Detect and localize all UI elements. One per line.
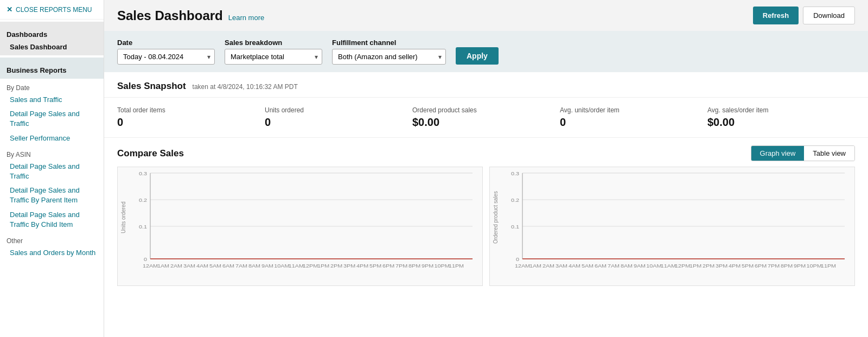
svg-text:1PM: 1PM [317, 263, 329, 269]
svg-text:5AM: 5AM [209, 263, 221, 269]
svg-text:9AM: 9AM [261, 263, 273, 269]
sales-breakdown-select[interactable]: Marketplace total [225, 49, 322, 65]
fulfillment-select-wrapper: Both (Amazon and seller) [332, 49, 446, 65]
main-content: Sales Dashboard Learn more Refresh Downl… [104, 0, 868, 337]
svg-text:10PM: 10PM [807, 263, 822, 269]
graph-view-button[interactable]: Graph view [751, 146, 805, 161]
svg-text:4PM: 4PM [356, 263, 368, 269]
svg-text:7AM: 7AM [608, 263, 620, 269]
sidebar-item-sales-orders-month[interactable]: Sales and Orders by Month [0, 246, 104, 260]
svg-text:2AM: 2AM [542, 263, 554, 269]
svg-text:12AM: 12AM [515, 263, 530, 269]
close-icon: ✕ [7, 5, 12, 14]
by-asin-group-label: By ASIN [0, 145, 104, 160]
svg-text:9PM: 9PM [422, 263, 433, 269]
svg-text:5PM: 5PM [742, 263, 754, 269]
svg-text:7PM: 7PM [395, 263, 407, 269]
ordered-product-sales-svg: 0.3 0.2 0.1 0 Ordered product sales 12AM… [490, 167, 854, 285]
sales-breakdown-select-wrapper: Marketplace total [225, 49, 322, 65]
svg-text:1AM: 1AM [529, 263, 541, 269]
metric-value-2: $0.00 [412, 116, 560, 129]
snapshot-timestamp: taken at 4/8/2024, 10:16:32 AM PDT [193, 83, 298, 91]
download-button[interactable]: Download [803, 7, 855, 24]
date-select-wrapper: Today - 08.04.2024 [117, 49, 215, 65]
fulfillment-label: Fulfillment channel [332, 39, 446, 47]
metric-avg-sales-order: Avg. sales/order item $0.00 [707, 106, 855, 129]
metric-value-3: 0 [560, 116, 707, 129]
learn-more-link[interactable]: Learn more [228, 14, 264, 22]
svg-text:4AM: 4AM [569, 263, 580, 269]
date-filter-group: Date Today - 08.04.2024 [117, 39, 215, 65]
by-date-group-label: By Date [0, 79, 104, 93]
svg-text:10PM: 10PM [435, 263, 450, 269]
svg-text:4PM: 4PM [729, 263, 741, 269]
date-filter-label: Date [117, 39, 215, 47]
compare-sales-title: Compare Sales [117, 148, 184, 159]
sidebar-item-detail-page-sales[interactable]: Detail Page Sales and Traffic [0, 107, 104, 131]
top-bar-right: Refresh Download [753, 7, 855, 24]
metric-value-4: $0.00 [707, 116, 855, 129]
close-menu-label: CLOSE REPORTS MENU [16, 6, 92, 14]
units-ordered-svg: 0.3 0.2 0.1 0 Units ordered 12AM 1AM 2AM… [118, 167, 482, 285]
sidebar-item-asin-detail-page[interactable]: Detail Page Sales and Traffic [0, 160, 104, 183]
svg-text:Ordered product sales: Ordered product sales [493, 191, 499, 244]
svg-text:0.1: 0.1 [511, 224, 519, 230]
svg-text:10AM: 10AM [646, 263, 661, 269]
svg-text:11AM: 11AM [289, 263, 304, 269]
top-bar-left: Sales Dashboard Learn more [117, 8, 264, 23]
svg-text:0: 0 [144, 257, 147, 262]
fulfillment-filter-group: Fulfillment channel Both (Amazon and sel… [332, 39, 446, 65]
metric-label-4: Avg. sales/order item [707, 106, 855, 114]
svg-text:0.3: 0.3 [139, 171, 147, 176]
snapshot-metrics: Total order items 0 Units ordered 0 Orde… [104, 98, 868, 138]
sidebar-item-seller-performance[interactable]: Seller Performance [0, 131, 104, 145]
svg-text:12AM: 12AM [143, 263, 158, 269]
svg-text:12PM: 12PM [675, 263, 690, 269]
svg-text:2AM: 2AM [170, 263, 182, 269]
svg-text:2PM: 2PM [330, 263, 342, 269]
svg-text:11AM: 11AM [661, 263, 676, 269]
refresh-button[interactable]: Refresh [753, 7, 799, 24]
svg-text:7PM: 7PM [768, 263, 780, 269]
svg-text:5PM: 5PM [369, 263, 381, 269]
svg-text:0: 0 [516, 257, 519, 262]
snapshot-title: Sales Snapshot [117, 81, 186, 92]
metric-value-1: 0 [265, 116, 412, 129]
svg-text:6AM: 6AM [595, 263, 607, 269]
svg-text:7AM: 7AM [235, 263, 247, 269]
charts-area: 0.3 0.2 0.1 0 Units ordered 12AM 1AM 2AM… [104, 167, 868, 295]
sales-breakdown-label: Sales breakdown [225, 39, 322, 47]
svg-text:6PM: 6PM [755, 263, 767, 269]
close-reports-menu[interactable]: ✕ CLOSE REPORTS MENU [0, 0, 104, 20]
svg-text:9AM: 9AM [634, 263, 646, 269]
svg-text:8AM: 8AM [248, 263, 260, 269]
business-reports-header[interactable]: Business Reports [0, 61, 104, 77]
svg-text:6AM: 6AM [222, 263, 234, 269]
svg-text:3PM: 3PM [343, 263, 355, 269]
top-bar: Sales Dashboard Learn more Refresh Downl… [104, 0, 868, 31]
sidebar-item-sales-traffic[interactable]: Sales and Traffic [0, 93, 104, 107]
metric-label-2: Ordered product sales [412, 106, 560, 114]
page-title: Sales Dashboard [117, 8, 223, 23]
svg-text:8PM: 8PM [781, 263, 793, 269]
sidebar-item-sales-dashboard[interactable]: Sales Dashboard [0, 41, 104, 53]
svg-text:9PM: 9PM [794, 263, 806, 269]
fulfillment-select[interactable]: Both (Amazon and seller) [332, 49, 446, 65]
svg-text:0.2: 0.2 [511, 198, 519, 203]
sidebar-item-asin-child[interactable]: Detail Page Sales and Traffic By Child I… [0, 208, 104, 232]
date-select[interactable]: Today - 08.04.2024 [117, 49, 215, 65]
content-area: Sales Snapshot taken at 4/8/2024, 10:16:… [104, 72, 868, 337]
svg-text:5AM: 5AM [582, 263, 593, 269]
apply-button[interactable]: Apply [456, 47, 499, 65]
svg-text:1AM: 1AM [157, 263, 169, 269]
table-view-button[interactable]: Table view [804, 146, 854, 161]
svg-text:0.2: 0.2 [139, 198, 147, 203]
svg-text:3AM: 3AM [556, 263, 567, 269]
sidebar: ✕ CLOSE REPORTS MENU Dashboards Sales Da… [0, 0, 104, 337]
filter-bar: Date Today - 08.04.2024 Sales breakdown … [104, 31, 868, 72]
business-reports-section: Business Reports [0, 58, 104, 79]
sidebar-item-asin-parent[interactable]: Detail Page Sales and Traffic By Parent … [0, 183, 104, 207]
snapshot-header: Sales Snapshot taken at 4/8/2024, 10:16:… [104, 72, 868, 98]
compare-sales-header: Compare Sales Graph view Table view [104, 138, 868, 167]
svg-text:8AM: 8AM [621, 263, 633, 269]
